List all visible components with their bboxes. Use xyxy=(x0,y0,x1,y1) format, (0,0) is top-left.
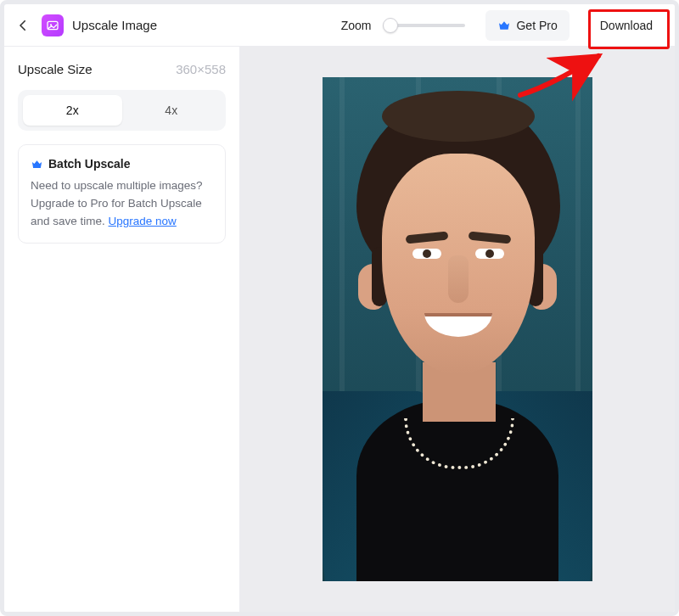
upscale-size-row: Upscale Size 360×558 xyxy=(18,62,226,76)
zoom-thumb[interactable] xyxy=(383,18,398,33)
image-canvas[interactable] xyxy=(240,47,675,612)
image-icon xyxy=(46,19,59,32)
crown-icon xyxy=(31,158,43,171)
app-window: Upscale Image Zoom Get Pro Download Upsc… xyxy=(0,0,679,616)
get-pro-button[interactable]: Get Pro xyxy=(485,10,569,41)
batch-upscale-card: Batch Upscale Need to upscale multiple i… xyxy=(18,144,226,244)
download-label: Download xyxy=(600,19,653,32)
photo-face xyxy=(382,154,535,374)
batch-upscale-desc: Need to upscale multiple images? Upgrade… xyxy=(31,177,213,231)
back-button[interactable] xyxy=(13,15,33,36)
upscale-size-value: 360×558 xyxy=(176,62,226,76)
upscale-4x-button[interactable]: 4x xyxy=(122,95,222,126)
body: Upscale Size 360×558 2x 4x Batch Upscale… xyxy=(4,47,675,612)
crown-icon xyxy=(497,19,511,32)
download-button[interactable]: Download xyxy=(586,10,666,41)
upscale-size-label: Upscale Size xyxy=(18,62,93,76)
app-icon xyxy=(42,14,64,36)
zoom-label: Zoom xyxy=(341,19,372,32)
page-title: Upscale Image xyxy=(72,18,157,32)
upscale-2x-button[interactable]: 2x xyxy=(23,95,122,126)
zoom-slider[interactable] xyxy=(384,17,465,34)
upscale-factor-segment: 2x 4x xyxy=(18,90,226,131)
upgrade-now-link[interactable]: Upgrade now xyxy=(109,215,177,227)
preview-image xyxy=(323,77,592,581)
get-pro-label: Get Pro xyxy=(516,19,557,32)
sidebar: Upscale Size 360×558 2x 4x Batch Upscale… xyxy=(4,47,240,612)
batch-upscale-title-row: Batch Upscale xyxy=(31,157,213,171)
header-bar: Upscale Image Zoom Get Pro Download xyxy=(4,4,675,47)
batch-upscale-title: Batch Upscale xyxy=(48,157,130,171)
chevron-left-icon xyxy=(15,18,31,33)
